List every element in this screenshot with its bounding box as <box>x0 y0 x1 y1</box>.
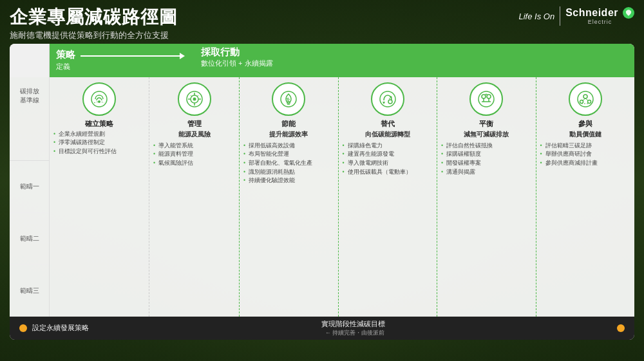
subtitle: 施耐德電機提供從策略到行動的全方位支援 <box>10 30 178 41</box>
engage-bullet-2: 舉辦供應商研討會 <box>540 150 631 158</box>
balance-bullet-2: 採購碳權額度 <box>441 150 532 158</box>
replace-bullet-4: 使用低碳載具（電動車） <box>343 168 433 176</box>
logo-divider <box>560 6 560 26</box>
efficiency-bullet-1: 採用低碳高效設備 <box>243 142 334 150</box>
card-footer: 設定永續發展策略 實現階段性減碳目標 ← 持續完善・由後派前 <box>10 317 634 340</box>
efficiency-bullet-2: 布局智能化營運 <box>243 150 334 158</box>
replace-title: 替代 <box>381 119 395 128</box>
col-balance: 平衡 減無可減碳排放 評估自然性碳抵換 採購碳權額度 開發碳權專案 溝通與揭露 <box>437 77 536 317</box>
schneider-logo: Schneider Electric <box>565 7 634 25</box>
balance-title2: 減無可減碳排放 <box>464 130 509 139</box>
footer-right-sub: ← 持續完善・由後派前 <box>325 329 385 337</box>
manage-icon <box>178 82 211 116</box>
title-block: 企業專屬減碳路徑圖 施耐德電機提供從策略到行動的全方位支援 <box>10 6 178 41</box>
scope3-label: 範疇三 <box>10 265 49 317</box>
efficiency-bullet-4: 識別能源消耗熱點 <box>243 168 334 176</box>
svg-point-8 <box>478 91 494 107</box>
efficiency-icon <box>272 82 305 116</box>
columns-area: 確立策略 企業永續經營規劃 淨零減碳路徑制定 目標設定與可行性評估 <box>50 77 634 317</box>
footer-dot-left <box>19 324 27 332</box>
strategy-sublabel: 定義 <box>56 62 185 71</box>
arrow-line <box>80 55 180 57</box>
action-sublabel: 數位化引領 + 永續揭露 <box>201 59 625 68</box>
balance-bullets: 評估自然性碳抵換 採購碳權額度 開發碳權專案 溝通與揭露 <box>441 142 532 176</box>
header-left-spacer <box>10 44 50 77</box>
footer-right-text: 實現階段性減碳目標 <box>321 319 385 329</box>
sidebar: 碳排放基準線 範疇一 範疇二 範疇三 <box>10 77 50 317</box>
engage-bullet-3: 參與供應商減排計畫 <box>540 159 631 167</box>
footer-left-text: 設定永續發展策略 <box>32 323 89 333</box>
establish-title: 確立策略 <box>85 119 113 128</box>
life-is-on-text: Life Is On <box>519 12 555 21</box>
brand-sub: Electric <box>588 19 612 25</box>
footer-right: 實現階段性減碳目標 ← 持續完善・由後派前 <box>321 319 385 337</box>
balance-bullet-4: 溝通與揭露 <box>441 168 532 176</box>
main-card: 策略 定義 採取行動 數位化引領 + 永續揭露 碳排放基準線 <box>10 44 634 340</box>
brand-name: Schneider <box>565 7 618 19</box>
balance-bullet-1: 評估自然性碳抵換 <box>441 142 532 150</box>
establish-bullets: 企業永續經營規劃 淨零減碳路徑制定 目標設定與可行性評估 <box>53 130 145 156</box>
se-icon <box>623 7 634 19</box>
action-section: 採取行動 數位化引領 + 永續揭露 <box>191 44 634 77</box>
engage-title2: 動員價值鏈 <box>569 130 601 139</box>
manage-bullet-2: 能源資料管理 <box>153 150 235 158</box>
carbon-baseline-label: 碳排放基準線 <box>10 77 49 161</box>
svg-point-13 <box>580 100 583 103</box>
manage-title: 管理 <box>187 119 202 128</box>
establish-icon <box>82 82 116 116</box>
svg-point-6 <box>380 91 395 107</box>
col-efficiency: 節能 提升能源效率 採用低碳高效設備 布局智能化營運 部署自動化、電氣化生產 識… <box>240 77 339 317</box>
strategy-label: 策略 <box>56 49 75 61</box>
col-manage: 管理 能源及風險 導入能管系統 能源資料管理 氣候風險評估 <box>149 77 240 317</box>
efficiency-title: 節能 <box>281 119 296 128</box>
logo-block: Life Is On Schneider Electric <box>519 6 635 26</box>
main-title: 企業專屬減碳路徑圖 <box>10 6 178 28</box>
efficiency-bullets: 採用低碳高效設備 布局智能化營運 部署自動化、電氣化生產 識別能源消耗熱點 持續… <box>243 142 334 185</box>
establish-bullet-1: 企業永續經營規劃 <box>53 130 145 138</box>
engage-title: 參與 <box>578 119 592 128</box>
manage-bullet-3: 氣候風險評估 <box>153 159 235 167</box>
replace-bullet-2: 建置再生能源發電 <box>343 150 433 158</box>
manage-bullets: 導入能管系統 能源資料管理 氣候風險評估 <box>153 142 235 168</box>
replace-bullets: 採購綠色電力 建置再生能源發電 導入微電網技術 使用低碳載具（電動車） <box>343 142 433 176</box>
footer-dot-right <box>617 324 625 332</box>
engage-icon <box>569 82 602 116</box>
replace-bullet-1: 採購綠色電力 <box>343 142 433 150</box>
col-replace: 替代 向低碳能源轉型 採購綠色電力 建置再生能源發電 導入微電網技術 使用低碳載… <box>339 77 438 317</box>
balance-bullet-3: 開發碳權專案 <box>441 159 532 167</box>
svg-point-9 <box>482 95 486 98</box>
efficiency-bullet-3: 部署自動化、電氣化生產 <box>243 159 334 167</box>
establish-bullet-3: 目標設定與可行性評估 <box>53 147 145 156</box>
efficiency-bullet-5: 持續優化驗證效能 <box>243 176 334 185</box>
svg-point-0 <box>91 91 107 107</box>
establish-bullet-2: 淨零減碳路徑制定 <box>53 138 145 147</box>
carbon-text: 碳排放基準線 <box>20 87 39 105</box>
engage-bullet-1: 評估範疇三碳足跡 <box>540 142 631 150</box>
card-header: 策略 定義 採取行動 數位化引領 + 永續揭露 <box>10 44 634 77</box>
arrow-head <box>180 53 185 59</box>
scope1-label: 範疇一 <box>10 161 49 213</box>
svg-point-14 <box>587 100 591 103</box>
footer-left: 設定永續發展策略 <box>19 323 89 333</box>
svg-point-7 <box>388 100 392 104</box>
header: 企業專屬減碳路徑圖 施耐德電機提供從策略到行動的全方位支援 Life Is On… <box>10 6 634 41</box>
action-label: 採取行動 <box>201 46 625 59</box>
svg-point-4 <box>193 97 196 100</box>
manage-title2: 能源及風險 <box>178 130 211 139</box>
replace-bullet-3: 導入微電網技術 <box>343 159 433 167</box>
strategy-section: 策略 定義 <box>50 44 191 77</box>
replace-icon <box>371 82 404 116</box>
svg-point-12 <box>583 95 587 98</box>
col-establish: 確立策略 企業永續經營規劃 淨零減碳路徑制定 目標設定與可行性評估 <box>50 77 149 317</box>
col-engage: 參與 動員價值鏈 評估範疇三碳足跡 舉辦供應商研討會 參與供應商減排計畫 <box>536 77 635 317</box>
svg-point-10 <box>487 95 491 98</box>
engage-bullets: 評估範疇三碳足跡 舉辦供應商研討會 參與供應商減排計畫 <box>540 142 631 168</box>
scope-labels: 範疇一 範疇二 範疇三 <box>10 161 49 317</box>
balance-title: 平衡 <box>479 119 493 128</box>
manage-bullet-1: 導入能管系統 <box>153 142 235 150</box>
content-area: 碳排放基準線 範疇一 範疇二 範疇三 <box>10 77 634 317</box>
svg-point-11 <box>578 91 593 107</box>
balance-icon <box>469 82 503 116</box>
page-container: 企業專屬減碳路徑圖 施耐德電機提供從策略到行動的全方位支援 Life Is On… <box>0 0 644 361</box>
scope2-label: 範疇二 <box>10 213 49 265</box>
